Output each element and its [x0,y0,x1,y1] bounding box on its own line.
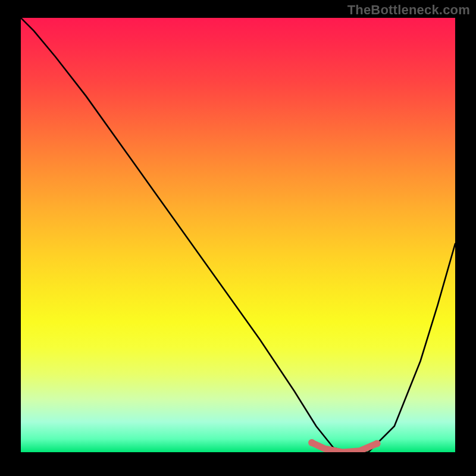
highlight-band-path [312,443,377,452]
bottleneck-curve-path [21,18,455,452]
curve-svg [21,18,455,452]
chart-frame: TheBottleneck.com [0,0,476,476]
highlight-dot-end [374,440,381,447]
highlight-dot-start [308,439,315,446]
plot-area [21,18,455,452]
watermark-text: TheBottleneck.com [347,2,470,18]
